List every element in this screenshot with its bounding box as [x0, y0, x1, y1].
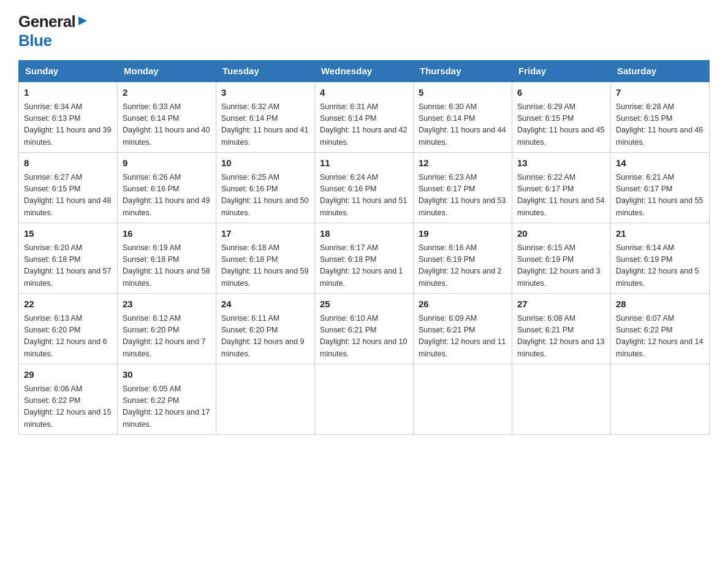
day-info: Sunrise: 6:21 AM Sunset: 6:17 PM Dayligh…: [616, 172, 704, 220]
calendar-day-cell: 19 Sunrise: 6:16 AM Sunset: 6:19 PM Dayl…: [414, 223, 512, 294]
calendar-day-cell: 24 Sunrise: 6:11 AM Sunset: 6:20 PM Dayl…: [216, 294, 315, 364]
day-number: 16: [123, 227, 211, 241]
calendar-day-cell: 14 Sunrise: 6:21 AM Sunset: 6:17 PM Dayl…: [611, 153, 710, 223]
calendar-day-cell: 1 Sunrise: 6:34 AM Sunset: 6:13 PM Dayli…: [19, 82, 118, 153]
day-number: 1: [24, 86, 112, 100]
day-number: 20: [517, 227, 605, 241]
day-info: Sunrise: 6:14 AM Sunset: 6:19 PM Dayligh…: [616, 242, 704, 290]
day-info: Sunrise: 6:19 AM Sunset: 6:18 PM Dayligh…: [123, 242, 211, 290]
calendar-day-cell: 23 Sunrise: 6:12 AM Sunset: 6:20 PM Dayl…: [118, 294, 216, 364]
day-info: Sunrise: 6:31 AM Sunset: 6:14 PM Dayligh…: [320, 101, 408, 149]
day-number: 15: [24, 227, 112, 241]
calendar-week-row: 29 Sunrise: 6:06 AM Sunset: 6:22 PM Dayl…: [19, 364, 710, 435]
day-number: 7: [616, 86, 704, 100]
calendar-day-cell: 13 Sunrise: 6:22 AM Sunset: 6:17 PM Dayl…: [512, 153, 611, 223]
weekday-header-wednesday: Wednesday: [315, 61, 414, 82]
day-number: 22: [24, 297, 112, 312]
day-number: 28: [616, 297, 704, 312]
weekday-header-sunday: Sunday: [19, 61, 118, 82]
day-info: Sunrise: 6:17 AM Sunset: 6:18 PM Dayligh…: [320, 242, 408, 290]
empty-day-cell: [216, 364, 315, 435]
weekday-header-row: SundayMondayTuesdayWednesdayThursdayFrid…: [19, 61, 710, 82]
calendar-day-cell: 18 Sunrise: 6:17 AM Sunset: 6:18 PM Dayl…: [315, 223, 414, 294]
day-number: 6: [517, 86, 605, 100]
empty-day-cell: [315, 364, 414, 435]
calendar-day-cell: 26 Sunrise: 6:09 AM Sunset: 6:21 PM Dayl…: [414, 294, 512, 364]
calendar-week-row: 8 Sunrise: 6:27 AM Sunset: 6:15 PM Dayli…: [19, 153, 710, 223]
day-info: Sunrise: 6:29 AM Sunset: 6:15 PM Dayligh…: [517, 101, 605, 149]
day-info: Sunrise: 6:18 AM Sunset: 6:18 PM Dayligh…: [221, 242, 309, 290]
calendar-day-cell: 28 Sunrise: 6:07 AM Sunset: 6:22 PM Dayl…: [611, 294, 710, 364]
calendar-day-cell: 10 Sunrise: 6:25 AM Sunset: 6:16 PM Dayl…: [216, 153, 315, 223]
logo-general-text: General: [18, 12, 75, 31]
svg-marker-0: [78, 17, 87, 25]
weekday-header-saturday: Saturday: [611, 61, 710, 82]
day-info: Sunrise: 6:30 AM Sunset: 6:14 PM Dayligh…: [419, 101, 507, 149]
day-info: Sunrise: 6:06 AM Sunset: 6:22 PM Dayligh…: [24, 383, 112, 431]
logo: General Blue: [18, 12, 91, 50]
calendar-day-cell: 25 Sunrise: 6:10 AM Sunset: 6:21 PM Dayl…: [315, 294, 414, 364]
day-info: Sunrise: 6:24 AM Sunset: 6:16 PM Dayligh…: [320, 172, 408, 220]
weekday-header-tuesday: Tuesday: [216, 61, 315, 82]
day-number: 13: [517, 156, 605, 170]
day-info: Sunrise: 6:28 AM Sunset: 6:15 PM Dayligh…: [616, 101, 704, 149]
calendar-day-cell: 20 Sunrise: 6:15 AM Sunset: 6:19 PM Dayl…: [512, 223, 611, 294]
day-info: Sunrise: 6:33 AM Sunset: 6:14 PM Dayligh…: [123, 101, 211, 149]
day-number: 9: [123, 156, 211, 170]
day-number: 17: [221, 227, 309, 241]
day-info: Sunrise: 6:07 AM Sunset: 6:22 PM Dayligh…: [616, 313, 704, 361]
day-number: 18: [320, 227, 408, 241]
day-info: Sunrise: 6:08 AM Sunset: 6:21 PM Dayligh…: [517, 313, 605, 361]
day-info: Sunrise: 6:12 AM Sunset: 6:20 PM Dayligh…: [123, 313, 211, 361]
day-number: 24: [221, 297, 309, 312]
calendar-day-cell: 9 Sunrise: 6:26 AM Sunset: 6:16 PM Dayli…: [118, 153, 216, 223]
day-number: 3: [221, 86, 309, 100]
day-number: 23: [123, 297, 211, 312]
calendar-day-cell: 4 Sunrise: 6:31 AM Sunset: 6:14 PM Dayli…: [315, 82, 414, 153]
weekday-header-thursday: Thursday: [414, 61, 512, 82]
day-info: Sunrise: 6:32 AM Sunset: 6:14 PM Dayligh…: [221, 101, 309, 149]
calendar-day-cell: 8 Sunrise: 6:27 AM Sunset: 6:15 PM Dayli…: [19, 153, 118, 223]
day-number: 11: [320, 156, 408, 170]
calendar-day-cell: 5 Sunrise: 6:30 AM Sunset: 6:14 PM Dayli…: [414, 82, 512, 153]
logo-blue-text: Blue: [18, 31, 51, 50]
calendar-day-cell: 22 Sunrise: 6:13 AM Sunset: 6:20 PM Dayl…: [19, 294, 118, 364]
calendar-day-cell: 2 Sunrise: 6:33 AM Sunset: 6:14 PM Dayli…: [118, 82, 216, 153]
day-number: 30: [123, 368, 211, 382]
day-info: Sunrise: 6:26 AM Sunset: 6:16 PM Dayligh…: [123, 172, 211, 220]
day-info: Sunrise: 6:09 AM Sunset: 6:21 PM Dayligh…: [419, 313, 507, 361]
day-info: Sunrise: 6:05 AM Sunset: 6:22 PM Dayligh…: [123, 383, 211, 431]
day-number: 8: [24, 156, 112, 170]
day-number: 21: [616, 227, 704, 241]
calendar-day-cell: 7 Sunrise: 6:28 AM Sunset: 6:15 PM Dayli…: [611, 82, 710, 153]
calendar-day-cell: 17 Sunrise: 6:18 AM Sunset: 6:18 PM Dayl…: [216, 223, 315, 294]
calendar-day-cell: 12 Sunrise: 6:23 AM Sunset: 6:17 PM Dayl…: [414, 153, 512, 223]
day-number: 25: [320, 297, 408, 312]
logo-arrow-icon: [76, 14, 89, 30]
calendar-day-cell: 16 Sunrise: 6:19 AM Sunset: 6:18 PM Dayl…: [118, 223, 216, 294]
empty-day-cell: [512, 364, 611, 435]
calendar-table: SundayMondayTuesdayWednesdayThursdayFrid…: [18, 60, 710, 435]
calendar-day-cell: 21 Sunrise: 6:14 AM Sunset: 6:19 PM Dayl…: [611, 223, 710, 294]
weekday-header-monday: Monday: [118, 61, 216, 82]
day-info: Sunrise: 6:25 AM Sunset: 6:16 PM Dayligh…: [221, 172, 309, 220]
day-number: 5: [419, 86, 507, 100]
day-info: Sunrise: 6:11 AM Sunset: 6:20 PM Dayligh…: [221, 313, 309, 361]
day-info: Sunrise: 6:22 AM Sunset: 6:17 PM Dayligh…: [517, 172, 605, 220]
day-number: 27: [517, 297, 605, 312]
page-header: General Blue: [18, 12, 710, 50]
day-info: Sunrise: 6:34 AM Sunset: 6:13 PM Dayligh…: [24, 101, 112, 149]
day-info: Sunrise: 6:20 AM Sunset: 6:18 PM Dayligh…: [24, 242, 112, 290]
calendar-day-cell: 6 Sunrise: 6:29 AM Sunset: 6:15 PM Dayli…: [512, 82, 611, 153]
day-info: Sunrise: 6:16 AM Sunset: 6:19 PM Dayligh…: [419, 242, 507, 290]
day-info: Sunrise: 6:23 AM Sunset: 6:17 PM Dayligh…: [419, 172, 507, 220]
day-info: Sunrise: 6:27 AM Sunset: 6:15 PM Dayligh…: [24, 172, 112, 220]
calendar-day-cell: 27 Sunrise: 6:08 AM Sunset: 6:21 PM Dayl…: [512, 294, 611, 364]
day-number: 12: [419, 156, 507, 170]
weekday-header-friday: Friday: [512, 61, 611, 82]
day-info: Sunrise: 6:15 AM Sunset: 6:19 PM Dayligh…: [517, 242, 605, 290]
calendar-day-cell: 15 Sunrise: 6:20 AM Sunset: 6:18 PM Dayl…: [19, 223, 118, 294]
day-info: Sunrise: 6:13 AM Sunset: 6:20 PM Dayligh…: [24, 313, 112, 361]
day-number: 10: [221, 156, 309, 170]
empty-day-cell: [414, 364, 512, 435]
